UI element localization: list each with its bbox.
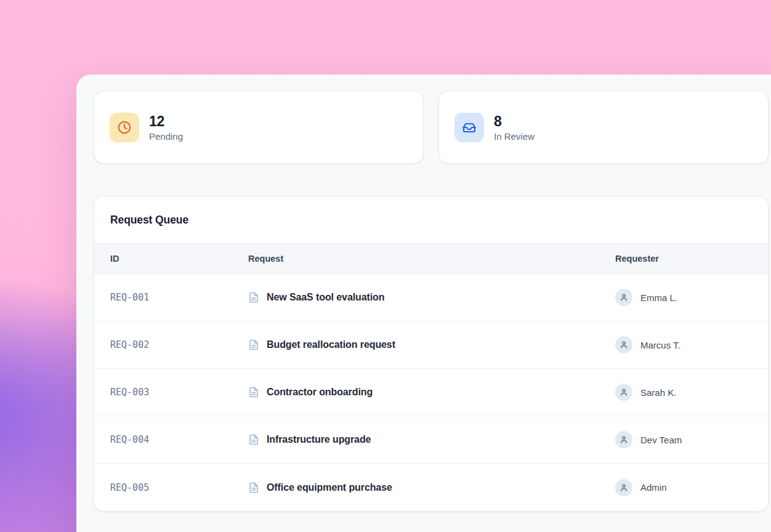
row-request-cell: New SaaS tool evaluation [248, 292, 615, 303]
table-row[interactable]: REQ-001 New SaaS tool evaluation Emma L. [94, 274, 768, 321]
file-text-icon [248, 482, 259, 493]
stat-value: 12 [149, 113, 183, 131]
table-body: REQ-001 New SaaS tool evaluation Emma L. [94, 274, 768, 511]
request-title: Infrastructure upgrade [267, 434, 371, 445]
requester-name: Admin [640, 482, 667, 493]
row-requester-cell: Sarah K. [615, 384, 752, 401]
stats-row: 12 Pending 8 In Review [94, 91, 769, 164]
user-icon [615, 289, 632, 306]
row-request-cell: Infrastructure upgrade [248, 434, 615, 445]
file-text-icon [248, 387, 259, 398]
row-id: REQ-002 [110, 339, 248, 350]
user-icon [615, 479, 632, 496]
column-header-id: ID [110, 254, 248, 264]
user-icon [615, 336, 632, 353]
table-header-row: ID Request Requester [94, 243, 768, 274]
row-id: REQ-004 [110, 434, 248, 445]
row-request-cell: Office equipment purchase [248, 482, 615, 493]
row-request-cell: Contractor onboarding [248, 387, 615, 398]
file-text-icon [248, 434, 259, 445]
file-text-icon [248, 292, 259, 303]
column-header-requester: Requester [615, 254, 752, 264]
user-icon [615, 384, 632, 401]
request-title: Office equipment purchase [267, 482, 392, 493]
clock-icon [110, 113, 139, 142]
user-icon [615, 431, 632, 448]
row-request-cell: Budget reallocation request [248, 339, 615, 350]
row-id: REQ-005 [110, 482, 248, 493]
table-row[interactable]: REQ-005 Office equipment purchase Admin [94, 464, 768, 511]
stat-label: Pending [149, 131, 183, 142]
requester-name: Emma L. [640, 292, 677, 303]
request-title: New SaaS tool evaluation [267, 292, 384, 303]
row-id: REQ-003 [110, 387, 248, 398]
request-queue-card: Request Queue ID Request Requester REQ-0… [94, 196, 769, 512]
requester-name: Dev Team [640, 435, 682, 445]
requester-name: Sarah K. [640, 387, 676, 398]
inbox-icon [454, 113, 484, 142]
table-row[interactable]: REQ-002 Budget reallocation request Marc… [94, 321, 768, 369]
row-requester-cell: Admin [615, 479, 752, 496]
request-title: Contractor onboarding [267, 387, 373, 398]
stat-card-pending[interactable]: 12 Pending [94, 91, 424, 164]
row-requester-cell: Emma L. [615, 289, 752, 306]
request-title: Budget reallocation request [267, 339, 395, 350]
row-requester-cell: Dev Team [615, 431, 752, 448]
column-header-request: Request [248, 254, 615, 264]
row-id: REQ-001 [110, 292, 248, 303]
stat-label: In Review [494, 131, 535, 142]
table-title: Request Queue [94, 196, 768, 243]
stat-value: 8 [494, 113, 535, 131]
table-row[interactable]: REQ-004 Infrastructure upgrade Dev Team [94, 416, 768, 464]
table-row[interactable]: REQ-003 Contractor onboarding Sarah K. [94, 369, 768, 416]
stat-text: 8 In Review [494, 113, 535, 142]
requester-name: Marcus T. [640, 340, 680, 350]
row-requester-cell: Marcus T. [615, 336, 752, 353]
stat-card-in-review[interactable]: 8 In Review [438, 91, 769, 164]
file-text-icon [248, 339, 259, 350]
main-panel: 12 Pending 8 In Review Request Queue ID … [76, 75, 771, 532]
stat-text: 12 Pending [149, 113, 183, 142]
